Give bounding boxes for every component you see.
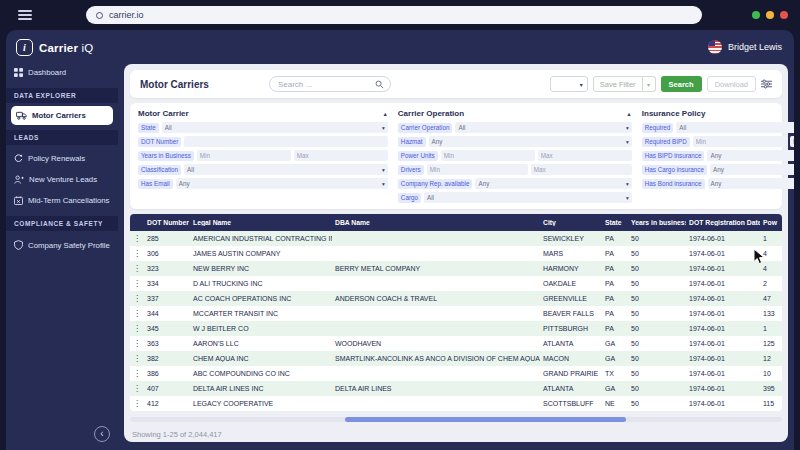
row-menu-icon[interactable]: ⋮ [130,339,144,348]
window-close-dot[interactable] [780,11,788,19]
table-row[interactable]: ⋮344MCCARTER TRANSIT INCBEAVER FALLSPA50… [130,306,782,321]
table-row[interactable]: ⋮334D ALI TRUCKING INCOAKDALEPA501974-06… [130,276,782,291]
collapse-group-icon[interactable]: ▲ [626,111,631,117]
filter-select[interactable]: All▾ [184,164,388,175]
table-row[interactable]: ⋮337AC COACH OPERATIONS INCANDERSON COAC… [130,291,782,306]
cell: 306 [144,250,190,257]
filter-select-value: All [458,124,465,131]
calendar-x-icon [14,196,23,205]
hamburger-menu-icon[interactable] [18,10,32,20]
sidebar-item-mid-term-cancellations[interactable]: Mid-Term Cancellations [6,190,118,211]
site-icon [96,12,103,19]
cell: BERRY METAL COMPANY [332,265,540,272]
address-bar[interactable]: carrier.io [86,6,702,24]
filter-field-label: Cargo [398,193,421,203]
search-button[interactable]: Search [661,76,702,92]
sidebar-item-motor-carriers[interactable]: Motor Carriers [11,106,113,125]
row-menu-icon[interactable]: ⋮ [130,279,144,288]
filter-max-input[interactable] [294,150,388,161]
window-minimize-dot[interactable] [752,11,760,19]
table-row[interactable]: ⋮382CHEM AQUA INCSMARTLINK-ANCOLINK AS A… [130,351,782,366]
table-row[interactable]: ⋮323NEW BERRY INCBERRY METAL COMPANYHARM… [130,261,782,276]
filter-max-input[interactable] [538,150,632,161]
filter-field-label: Required BIPD [642,137,690,147]
table-row[interactable]: ⋮345W J BEITLER COPITTSBURGHPA501974-06-… [130,321,782,336]
row-menu-icon[interactable]: ⋮ [130,384,144,393]
filter-select[interactable]: Any▾ [475,178,631,189]
sidebar-item-policy-renewals[interactable]: Policy Renewals [6,148,118,169]
filter-select[interactable]: Any▾ [708,178,795,189]
table-row[interactable]: ⋮363AARON'S LLCWOODHAVENATLANTAGA501974-… [130,336,782,351]
scrollbar-thumb[interactable] [345,417,625,422]
row-menu-icon[interactable]: ⋮ [130,294,144,303]
sidebar-item-label: Dashboard [28,68,66,77]
filter-select-value: Any [432,138,443,145]
cell: OAKDALE [540,280,602,287]
filter-input[interactable] [184,136,388,147]
collapse-sidebar-button[interactable]: ‹ [94,426,110,442]
table-row[interactable]: ⋮407DELTA AIR LINES INCDELTA AIR LINESAT… [130,381,782,396]
carriers-table: DOT NumberLegal NameDBA NameCityStateYea… [130,214,782,411]
cell: NEW BERRY INC [190,265,332,272]
filter-min-input[interactable] [441,150,535,161]
cell: 125 [760,340,782,347]
filter-max-input[interactable] [531,164,632,175]
filter-min-input[interactable] [693,136,787,147]
filter-select-value: Any [478,180,489,187]
row-menu-icon[interactable]: ⋮ [130,399,144,408]
row-menu-icon[interactable]: ⋮ [130,309,144,318]
filter-select[interactable]: Any▾ [710,164,794,175]
filter-select[interactable]: All▾ [455,122,631,133]
filter-select[interactable]: Any▾ [176,178,388,189]
column-header: DOT Number [144,219,190,226]
filter-select[interactable]: All▾ [162,122,388,133]
cell: 115 [760,400,782,407]
cell: PITTSBURGH [540,325,602,332]
horizontal-scrollbar[interactable] [130,417,782,422]
cell: 50 [628,235,686,242]
filter-select[interactable]: Any▾ [707,150,794,161]
row-menu-icon[interactable]: ⋮ [130,264,144,273]
save-filter-caret[interactable]: ▾ [643,76,656,92]
filter-field: Has Bond insuranceAny▾ [642,178,794,189]
cell: BEAVER FALLS [540,310,602,317]
cell: 4 [760,250,782,257]
row-menu-icon[interactable]: ⋮ [130,249,144,258]
row-menu-icon[interactable]: ⋮ [130,234,144,243]
row-menu-icon[interactable]: ⋮ [130,369,144,378]
row-menu-icon[interactable]: ⋮ [130,324,144,333]
sidebar-item-new-venture-leads[interactable]: New Venture Leads [6,169,118,190]
filter-field: StateAll▾ [138,122,388,133]
table-row[interactable]: ⋮306JAMES AUSTIN COMPANYMARSPA501974-06-… [130,246,782,261]
user-menu[interactable]: Bridget Lewis [708,40,782,54]
logo-text-secondary: iQ [82,42,94,54]
truck-icon [16,111,27,120]
filter-min-input[interactable] [197,150,291,161]
filter-field: CargoAll▾ [398,192,632,203]
app-window: i Carrier iQ Bridget Lewis Dashboard DAT… [6,30,794,450]
search-input[interactable] [276,79,371,90]
table-row[interactable]: ⋮386ABC COMPOUNDING CO INCGRAND PRAIRIET… [130,366,782,381]
filter-settings-icon[interactable] [761,79,772,89]
collapse-group-icon[interactable]: ▲ [382,111,387,117]
filter-max-input[interactable] [790,136,794,147]
table-row[interactable]: ⋮285AMERICAN INDUSTRIAL CONTRACTING INCS… [130,231,782,246]
save-filter-button[interactable]: Save Filter [593,76,643,92]
filter-select-value: Any [711,180,722,187]
filter-select[interactable]: All▾ [424,192,632,203]
cell: SEWICKLEY [540,235,602,242]
sidebar-section-leads: LEADS [6,130,118,145]
filters-panel: Motor Carrier▲StateAll▾DOT NumberYears i… [130,103,782,209]
sidebar-item-company-safety-profile[interactable]: Company Safety Profile [6,234,118,256]
table-row[interactable]: ⋮412LEGACY COOPERATIVESCOTTSBLUFFNE50197… [130,396,782,411]
window-restore-dot[interactable] [766,11,774,19]
filter-select[interactable]: All▾ [676,122,794,133]
filter-min-input[interactable] [427,164,528,175]
cell: 50 [628,340,686,347]
row-menu-icon[interactable]: ⋮ [130,354,144,363]
sidebar-item-dashboard[interactable]: Dashboard [6,62,118,83]
saved-filters-select[interactable]: ▾ [550,76,588,92]
filter-select[interactable]: Any▾ [429,136,632,147]
filter-field: Years in Business [138,150,388,161]
user-name: Bridget Lewis [728,42,782,52]
